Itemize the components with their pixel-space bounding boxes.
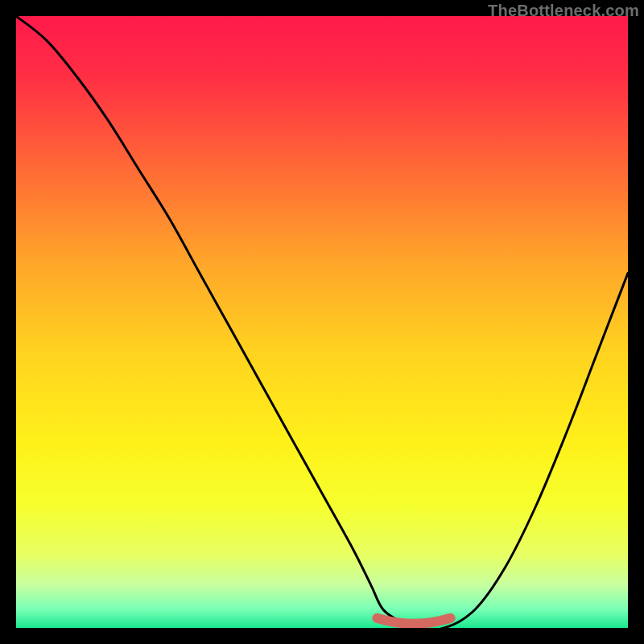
chart-frame: TheBottleneck.com [0,0,644,644]
chart-svg [16,16,628,628]
gradient-background [16,16,628,628]
optimal-range-marker [377,618,450,624]
watermark-text: TheBottleneck.com [488,2,639,20]
chart-plot-area [16,16,628,628]
